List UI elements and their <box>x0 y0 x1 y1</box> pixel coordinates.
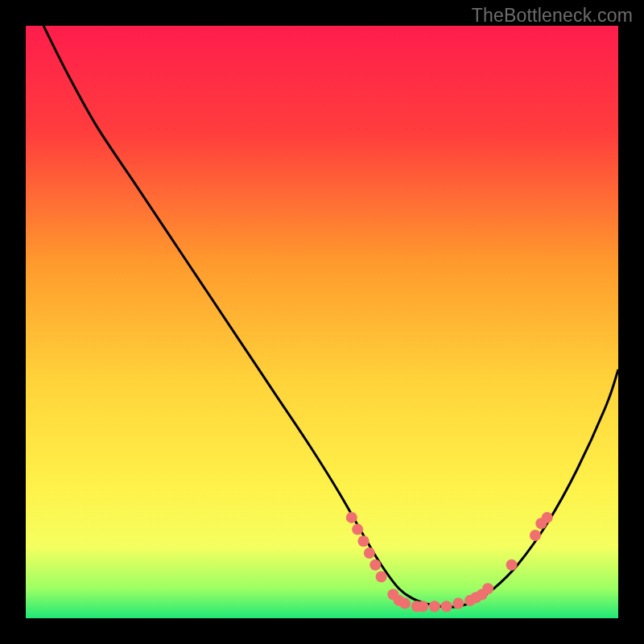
data-point-marker <box>530 530 541 541</box>
chart-frame <box>26 26 618 618</box>
bottleneck-chart <box>26 26 618 618</box>
data-point-marker <box>429 601 440 612</box>
data-point-marker <box>346 512 357 523</box>
watermark-text: TheBottleneck.com <box>472 5 633 27</box>
chart-background-gradient <box>26 26 618 618</box>
data-point-marker <box>358 535 369 547</box>
data-point-marker <box>452 598 464 609</box>
data-point-marker <box>417 601 428 612</box>
data-point-marker <box>506 559 518 571</box>
data-point-marker <box>364 547 375 559</box>
data-point-marker <box>399 598 411 609</box>
data-point-marker <box>441 601 452 612</box>
data-point-marker <box>352 524 363 535</box>
data-point-marker <box>369 559 381 571</box>
data-point-marker <box>482 583 493 594</box>
data-point-marker <box>542 512 553 523</box>
data-point-marker <box>376 571 387 582</box>
